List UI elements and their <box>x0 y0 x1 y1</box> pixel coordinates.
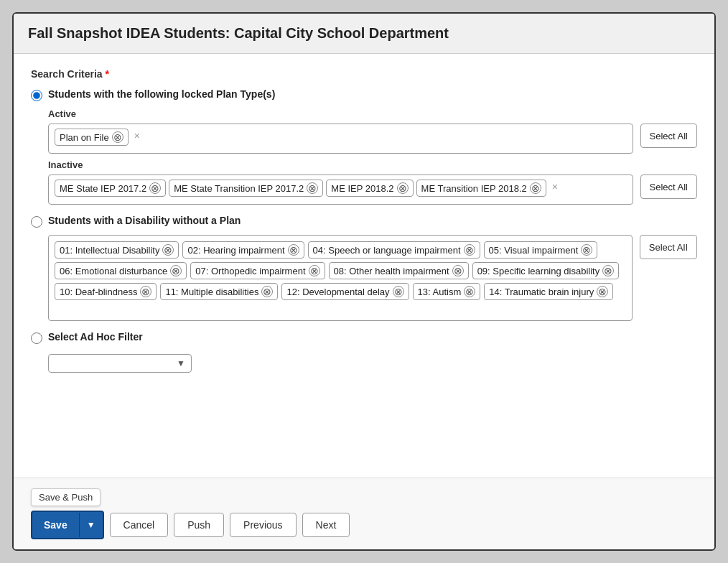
active-tag-box[interactable]: Plan on File ⊗ × <box>48 124 633 154</box>
adhoc-dropdown[interactable]: ▼ <box>48 354 192 373</box>
tag-intellectual-disability[interactable]: 01: Intellectual Disability ⊗ <box>55 241 179 259</box>
cancel-button[interactable]: Cancel <box>110 513 169 537</box>
active-select-all-button[interactable]: Select All <box>640 124 697 148</box>
disability-tag-box[interactable]: 01: Intellectual Disability ⊗ 02: Hearin… <box>48 235 633 321</box>
disability-tag-row: 01: Intellectual Disability ⊗ 02: Hearin… <box>48 235 697 321</box>
tag-visual-impairment[interactable]: 05: Visual impairment ⊗ <box>484 241 598 259</box>
next-button[interactable]: Next <box>302 513 350 537</box>
radio-adhoc-input[interactable] <box>31 332 42 344</box>
plan-types-section: Active Plan on File ⊗ × Select All Inact… <box>48 108 697 205</box>
inactive-x-placeholder: × <box>549 180 561 197</box>
push-button[interactable]: Push <box>174 513 224 537</box>
active-tag-row: Plan on File ⊗ × Select All <box>48 124 697 154</box>
tag-close-me-state-transition-2017[interactable]: ⊗ <box>307 182 318 194</box>
tag-orthopedic-impairment[interactable]: 07: Orthopedic impairment ⊗ <box>190 262 325 279</box>
radio-disability-label[interactable]: Students with a Disability without a Pla… <box>48 215 241 226</box>
save-push-tooltip: Save & Push <box>31 488 101 506</box>
adhoc-section: ▼ <box>48 354 697 373</box>
inactive-select-all-button[interactable]: Select All <box>640 175 697 199</box>
tag-me-transition-2018[interactable]: ME Transition IEP 2018.2 ⊗ <box>416 180 546 197</box>
active-label: Active <box>48 108 697 119</box>
tag-me-state-transition-2017[interactable]: ME State Transition IEP 2017.2 ⊗ <box>169 180 323 197</box>
tag-speech-impairment[interactable]: 04: Speech or language impairment ⊗ <box>308 241 480 259</box>
page-title: Fall Snapshot IDEA Students: Capital Cit… <box>28 25 700 42</box>
tag-traumatic-brain-injury[interactable]: 14: Traumatic brain injury ⊗ <box>484 283 613 300</box>
disability-select-all-button[interactable]: Select AlI <box>640 235 697 259</box>
tag-multiple-disabilities[interactable]: 11: Multiple disabilities ⊗ <box>160 283 278 300</box>
required-indicator: * <box>106 68 109 80</box>
tag-other-health-impairment[interactable]: 08: Other health impairment ⊗ <box>329 262 469 279</box>
window-footer: Save & Push Save ▼ Cancel Push Previous … <box>14 478 714 549</box>
tag-close-me-state-iep-2017[interactable]: ⊗ <box>149 182 161 194</box>
inactive-label: Inactive <box>48 159 697 170</box>
save-button[interactable]: Save <box>32 512 79 538</box>
footer-buttons: Save ▼ Cancel Push Previous Next <box>31 511 697 539</box>
radio-adhoc-label[interactable]: Select Ad Hoc Filter <box>48 331 143 343</box>
tag-emotional-disturbance[interactable]: 06: Emotional disturbance ⊗ <box>55 262 187 279</box>
radio-plan-types-label[interactable]: Students with the following locked Plan … <box>48 88 275 100</box>
tag-developmental-delay[interactable]: 12: Developmental delay ⊗ <box>281 283 409 300</box>
main-window: Fall Snapshot IDEA Students: Capital Cit… <box>12 12 716 551</box>
active-x-placeholder: × <box>131 129 143 146</box>
radio-option-disability: Students with a Disability without a Pla… <box>31 215 697 228</box>
tag-deaf-blindness[interactable]: 10: Deaf-blindness ⊗ <box>55 283 157 300</box>
tag-close-plan-on-file[interactable]: ⊗ <box>112 131 123 143</box>
tag-autism[interactable]: 13: Autism ⊗ <box>413 283 481 300</box>
tag-plan-on-file[interactable]: Plan on File ⊗ <box>55 129 129 146</box>
tag-hearing-impairment[interactable]: 02: Hearing impairment ⊗ <box>182 241 304 259</box>
tag-me-iep-2018[interactable]: ME IEP 2018.2 ⊗ <box>326 180 413 197</box>
save-split-button[interactable]: Save ▼ <box>31 511 104 539</box>
radio-plan-types-input[interactable] <box>31 90 42 101</box>
search-criteria-label: Search Criteria * <box>31 68 697 80</box>
window-header: Fall Snapshot IDEA Students: Capital Cit… <box>14 14 714 54</box>
inactive-tag-box[interactable]: ME State IEP 2017.2 ⊗ ME State Transitio… <box>48 175 633 205</box>
inactive-tag-row: ME State IEP 2017.2 ⊗ ME State Transitio… <box>48 175 697 205</box>
tag-close-me-iep-2018[interactable]: ⊗ <box>397 182 409 194</box>
adhoc-dropdown-arrow: ▼ <box>177 358 185 368</box>
save-dropdown-arrow[interactable]: ▼ <box>79 513 103 537</box>
previous-button[interactable]: Previous <box>230 513 296 537</box>
radio-disability-input[interactable] <box>31 216 42 228</box>
radio-option-plan-types: Students with the following locked Plan … <box>31 88 697 101</box>
radio-option-adhoc: Select Ad Hoc Filter <box>31 331 697 344</box>
tag-me-state-iep-2017[interactable]: ME State IEP 2017.2 ⊗ <box>55 180 166 197</box>
tag-specific-learning-disability[interactable]: 09: Specific learning disability ⊗ <box>472 262 620 279</box>
tag-close-me-transition-2018[interactable]: ⊗ <box>530 182 541 194</box>
window-body: Search Criteria * Students with the foll… <box>14 54 714 478</box>
